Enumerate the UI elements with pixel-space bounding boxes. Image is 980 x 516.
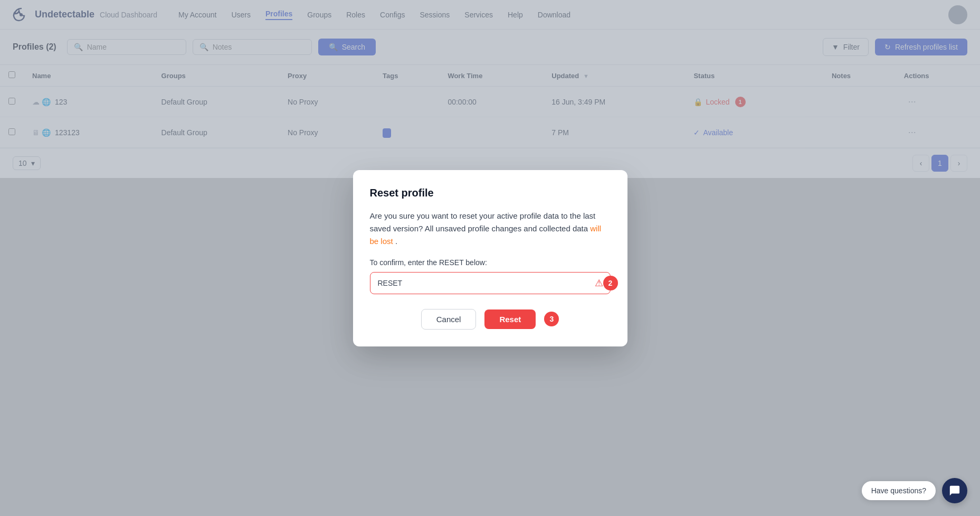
input-warning-icon: ⚠	[595, 277, 603, 289]
modal-confirm-label: To confirm, enter the RESET below:	[370, 258, 611, 267]
modal-body: Are you sure you want to reset your acti…	[370, 210, 611, 248]
modal-footer: Cancel Reset 3	[370, 309, 611, 330]
modal-overlay: Reset profile Are you sure you want to r…	[0, 0, 980, 516]
chat-button[interactable]	[942, 478, 967, 503]
modal-title: Reset profile	[370, 187, 611, 199]
chat-icon	[949, 485, 960, 496]
chat-widget: Have questions?	[862, 478, 967, 503]
reset-confirm-button[interactable]: Reset	[484, 309, 536, 329]
chat-bubble-text: Have questions?	[871, 486, 926, 495]
chat-bubble: Have questions?	[862, 481, 936, 500]
modal-body-end: .	[395, 237, 397, 246]
reset-profile-modal: Reset profile Are you sure you want to r…	[353, 170, 627, 346]
reset-btn-group: Reset 3	[484, 309, 559, 329]
step2-badge: 2	[603, 276, 618, 290]
reset-confirm-input[interactable]	[370, 272, 611, 294]
modal-body-text: Are you sure you want to reset your acti…	[370, 211, 596, 233]
reset-input-wrapper: ⚠ 2	[370, 272, 611, 294]
cancel-button[interactable]: Cancel	[421, 309, 477, 330]
step3-badge: 3	[544, 312, 559, 326]
